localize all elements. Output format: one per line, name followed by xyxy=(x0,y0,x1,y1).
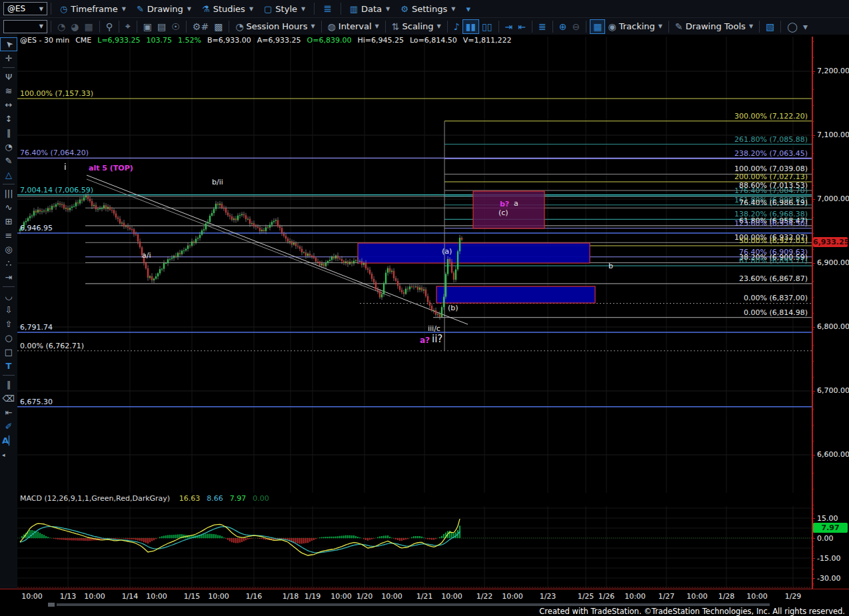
layout-toggle-icon[interactable]: ≣ xyxy=(318,1,337,17)
expand-bars-icon[interactable]: ⇤ xyxy=(515,19,528,34)
scrollbar-thumb[interactable] xyxy=(57,603,770,606)
axis-tick xyxy=(812,105,814,106)
menu-overflow[interactable]: ▾ xyxy=(460,1,476,17)
lock-chart-icon[interactable]: ▣ xyxy=(141,19,155,34)
style-combo[interactable]: ▼ xyxy=(3,20,47,33)
settings-menu[interactable]: ⚙Settings▼ xyxy=(395,1,460,17)
axis-tick xyxy=(812,327,815,328)
chevron-down-icon: ▼ xyxy=(39,6,43,12)
playback-tool[interactable]: ⇥ xyxy=(0,270,17,284)
bars-tool[interactable]: ||| xyxy=(0,186,17,200)
new-chart-icon-glyph: ▧ xyxy=(766,21,774,32)
divider xyxy=(586,21,586,33)
channel-tool[interactable]: ∥ xyxy=(0,378,17,392)
chevron-down-icon: ▼ xyxy=(749,23,753,29)
delete-drawing-tool[interactable]: ⌫ xyxy=(0,392,17,406)
format-numbers-icon[interactable]: ⚙# xyxy=(190,19,211,34)
rectangle-tool[interactable]: □ xyxy=(0,345,17,359)
grid-icon[interactable]: ▦ xyxy=(590,19,605,34)
pointer-tool[interactable]: ➤ xyxy=(0,37,17,51)
macd-canvas[interactable] xyxy=(17,506,812,589)
drawing-menu[interactable]: ✎Drawing▼ xyxy=(131,1,197,17)
candles-hollow-icon-glyph: ▯▯ xyxy=(482,21,492,32)
divider xyxy=(552,21,553,33)
divider xyxy=(780,21,781,33)
percent-circle-tool[interactable]: ◔ xyxy=(0,140,17,154)
arc-tool[interactable]: ◡ xyxy=(0,289,17,303)
settings-menu-icon: ⚙ xyxy=(401,4,409,14)
arrow-down-tool[interactable]: ⇩ xyxy=(0,303,17,317)
related-symbol-icon[interactable]: ☉ xyxy=(169,19,183,34)
symbol-combo[interactable]: @ES ▼ xyxy=(3,2,47,15)
drawing-menu-icon: ✎ xyxy=(137,4,144,14)
ellipse-tool[interactable]: ○ xyxy=(0,331,17,345)
grid-icon-glyph: ▦ xyxy=(593,21,602,32)
session-hours-menu[interactable]: ◔Session Hours▼ xyxy=(233,19,317,34)
new-chart-icon[interactable]: ▧ xyxy=(763,19,777,34)
time-axis[interactable]: 10:001/1310:001/1410:001/1510:001/161/18… xyxy=(0,589,849,603)
candles-filled-icon[interactable]: ▮▮ xyxy=(462,19,479,34)
window-settings-icon[interactable]: ▩ xyxy=(211,19,225,34)
divider xyxy=(447,21,448,33)
radar-icon[interactable]: ◔ xyxy=(55,19,68,34)
dots-tool[interactable]: ∴ xyxy=(0,256,17,270)
zoom-out-icon[interactable]: ⊖ xyxy=(569,19,582,34)
axis-tick xyxy=(812,569,814,570)
drawing-tools-menu[interactable]: ✎Drawing Tools▼ xyxy=(672,19,756,34)
grid-calc-tool[interactable]: ⊞ xyxy=(0,214,17,228)
time-axis-label: 1/13 xyxy=(60,592,77,601)
snap-left-tool[interactable]: ⇤ xyxy=(0,406,17,420)
trendline-tool[interactable]: ✎ xyxy=(0,154,17,168)
timeframe-menu[interactable]: ◷Timeframe▼ xyxy=(55,1,131,17)
collapse-panel[interactable]: ◂ xyxy=(0,448,17,462)
layers-icon[interactable]: ≣ xyxy=(536,19,549,34)
zoom-in-icon[interactable]: ⊕ xyxy=(556,19,570,34)
label-tool-icon: A▏ xyxy=(2,436,15,446)
target-icon[interactable]: ⌖ xyxy=(123,19,133,34)
axis-tick xyxy=(812,473,814,473)
target-tool[interactable]: ◎ xyxy=(0,242,17,256)
time-axis-label: 10:00 xyxy=(624,592,646,601)
expand-bars-icon-glyph: ⇤ xyxy=(518,21,526,32)
candles-hollow-icon[interactable]: ▯▯ xyxy=(479,19,494,34)
extend-vertical-tool[interactable]: ↕ xyxy=(0,112,17,126)
toolbar-overflow[interactable]: ▾ xyxy=(800,19,810,34)
lasso-icon[interactable]: ◯ xyxy=(784,19,800,34)
crosshair-tool[interactable]: ✛ xyxy=(0,51,17,65)
axis-tick xyxy=(812,71,815,72)
history-icon[interactable]: ◕ xyxy=(68,19,81,34)
label-tool[interactable]: A▏ xyxy=(0,434,17,448)
divider xyxy=(229,21,229,33)
triangle-tool[interactable]: △ xyxy=(0,168,17,182)
style-menu[interactable]: ▢Style▼ xyxy=(259,1,311,17)
list-tool[interactable]: ≡ xyxy=(0,228,17,242)
gann-fan-tool[interactable]: ≋ xyxy=(0,84,17,98)
studies-menu[interactable]: ⚗Studies▼ xyxy=(197,1,259,17)
highlighter-tool[interactable]: ✐ xyxy=(0,420,17,434)
price-chart-canvas[interactable] xyxy=(17,37,812,493)
axis-tick xyxy=(812,121,814,122)
pitchfork-tool[interactable]: Ψ xyxy=(0,70,17,84)
divider xyxy=(314,3,315,15)
scaling-menu[interactable]: ⇅Scaling▼ xyxy=(389,19,444,34)
axis-tick xyxy=(812,153,814,154)
chart-panel[interactable]: ➤✛Ψ≋↔↕∥◔✎△|||∿⊞≡◎∴⇥◡⇩⇧○□T∥⌫⇤✐A▏◂ @ES - 3… xyxy=(0,35,849,589)
text-tool[interactable]: T xyxy=(0,359,17,373)
save-analysis-icon[interactable]: ▤ xyxy=(155,19,169,34)
tracking-menu[interactable]: ◉Tracking▼ xyxy=(605,19,665,34)
data-menu[interactable]: ▥Data▼ xyxy=(345,1,396,17)
price-axis[interactable]: 7,200.007,100.007,000.006,900.006,800.00… xyxy=(812,35,849,589)
studies-menu-icon: ⚗ xyxy=(202,4,210,14)
calendar-icon[interactable]: ▦ xyxy=(81,19,95,34)
arrow-up-tool[interactable]: ⇧ xyxy=(0,317,17,331)
compress-bars-icon[interactable]: ⇥ xyxy=(502,19,516,34)
interval-menu[interactable]: ◍Interval▼ xyxy=(325,19,382,34)
macd-value-2: 7.97 xyxy=(230,494,247,503)
extend-horizontal-tool[interactable]: ↔ xyxy=(0,98,17,112)
find-symbol-icon-glyph: ⚲ xyxy=(106,21,113,32)
step-line-tool[interactable]: ∿ xyxy=(0,200,17,214)
parallel-lines-tool[interactable]: ∥ xyxy=(0,126,17,140)
notes-icon[interactable]: ♪ xyxy=(451,19,462,34)
find-symbol-icon[interactable]: ⚲ xyxy=(103,19,115,34)
quote-field-3: 103.75 xyxy=(147,36,173,45)
